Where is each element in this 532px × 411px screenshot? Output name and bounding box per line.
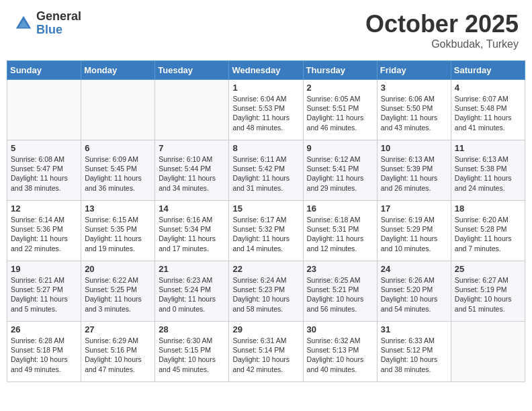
day-number: 27 xyxy=(85,324,151,334)
day-number: 25 xyxy=(455,264,521,274)
calendar-cell: 7Sunrise: 6:10 AM Sunset: 5:44 PM Daylig… xyxy=(155,140,229,201)
calendar-cell: 12Sunrise: 6:14 AM Sunset: 5:36 PM Dayli… xyxy=(7,201,81,261)
calendar-cell: 26Sunrise: 6:28 AM Sunset: 5:18 PM Dayli… xyxy=(7,322,81,382)
day-info: Sunrise: 6:28 AM Sunset: 5:18 PM Dayligh… xyxy=(11,336,77,374)
calendar-cell: 27Sunrise: 6:29 AM Sunset: 5:16 PM Dayli… xyxy=(81,322,155,382)
day-number: 23 xyxy=(307,264,373,274)
weekday-header-sunday: Sunday xyxy=(7,61,81,80)
day-number: 28 xyxy=(159,324,225,334)
weekday-header-thursday: Thursday xyxy=(303,61,377,80)
calendar-week-4: 19Sunrise: 6:21 AM Sunset: 5:27 PM Dayli… xyxy=(7,261,525,322)
weekday-header-tuesday: Tuesday xyxy=(155,61,229,80)
calendar-cell: 28Sunrise: 6:30 AM Sunset: 5:15 PM Dayli… xyxy=(155,322,229,382)
day-info: Sunrise: 6:09 AM Sunset: 5:45 PM Dayligh… xyxy=(85,154,151,193)
day-info: Sunrise: 6:32 AM Sunset: 5:13 PM Dayligh… xyxy=(307,336,373,374)
day-info: Sunrise: 6:25 AM Sunset: 5:21 PM Dayligh… xyxy=(307,275,373,314)
calendar-cell: 13Sunrise: 6:15 AM Sunset: 5:35 PM Dayli… xyxy=(81,201,155,261)
location-text: Gokbudak, Turkey xyxy=(365,38,519,50)
calendar-cell: 15Sunrise: 6:17 AM Sunset: 5:32 PM Dayli… xyxy=(229,201,303,261)
logo-icon xyxy=(13,13,34,34)
day-info: Sunrise: 6:13 AM Sunset: 5:38 PM Dayligh… xyxy=(455,154,521,193)
day-info: Sunrise: 6:15 AM Sunset: 5:35 PM Dayligh… xyxy=(85,215,151,253)
calendar-cell: 9Sunrise: 6:12 AM Sunset: 5:41 PM Daylig… xyxy=(303,140,377,201)
day-number: 3 xyxy=(381,83,447,93)
day-number: 13 xyxy=(85,203,151,214)
calendar-cell: 4Sunrise: 6:07 AM Sunset: 5:48 PM Daylig… xyxy=(451,80,525,140)
calendar-cell xyxy=(81,80,155,140)
day-info: Sunrise: 6:21 AM Sunset: 5:27 PM Dayligh… xyxy=(11,275,77,314)
calendar-cell: 18Sunrise: 6:20 AM Sunset: 5:28 PM Dayli… xyxy=(451,201,525,261)
day-info: Sunrise: 6:07 AM Sunset: 5:48 PM Dayligh… xyxy=(455,94,521,132)
day-info: Sunrise: 6:10 AM Sunset: 5:44 PM Dayligh… xyxy=(159,154,225,193)
day-info: Sunrise: 6:33 AM Sunset: 5:12 PM Dayligh… xyxy=(381,336,447,374)
calendar-cell: 2Sunrise: 6:05 AM Sunset: 5:51 PM Daylig… xyxy=(303,80,377,140)
calendar-cell: 30Sunrise: 6:32 AM Sunset: 5:13 PM Dayli… xyxy=(303,322,377,382)
calendar-week-5: 26Sunrise: 6:28 AM Sunset: 5:18 PM Dayli… xyxy=(7,322,525,382)
day-number: 15 xyxy=(232,203,299,214)
day-info: Sunrise: 6:04 AM Sunset: 5:53 PM Dayligh… xyxy=(232,94,299,132)
calendar-table: SundayMondayTuesdayWednesdayThursdayFrid… xyxy=(7,60,525,382)
day-number: 20 xyxy=(85,264,151,274)
day-number: 26 xyxy=(11,324,77,334)
calendar-cell: 21Sunrise: 6:23 AM Sunset: 5:24 PM Dayli… xyxy=(155,261,229,322)
day-number: 10 xyxy=(381,143,447,153)
calendar-cell xyxy=(7,80,81,140)
calendar-cell: 10Sunrise: 6:13 AM Sunset: 5:39 PM Dayli… xyxy=(377,140,451,201)
calendar-cell: 25Sunrise: 6:27 AM Sunset: 5:19 PM Dayli… xyxy=(451,261,525,322)
weekday-header-friday: Friday xyxy=(377,61,451,80)
day-number: 14 xyxy=(159,203,225,214)
weekday-header-wednesday: Wednesday xyxy=(229,61,303,80)
calendar-cell: 31Sunrise: 6:33 AM Sunset: 5:12 PM Dayli… xyxy=(377,322,451,382)
logo: General Blue xyxy=(13,10,81,37)
day-info: Sunrise: 6:29 AM Sunset: 5:16 PM Dayligh… xyxy=(85,336,151,374)
day-info: Sunrise: 6:27 AM Sunset: 5:19 PM Dayligh… xyxy=(455,275,521,314)
day-info: Sunrise: 6:22 AM Sunset: 5:25 PM Dayligh… xyxy=(85,275,151,314)
calendar-cell: 11Sunrise: 6:13 AM Sunset: 5:38 PM Dayli… xyxy=(451,140,525,201)
calendar-cell: 5Sunrise: 6:08 AM Sunset: 5:47 PM Daylig… xyxy=(7,140,81,201)
day-info: Sunrise: 6:23 AM Sunset: 5:24 PM Dayligh… xyxy=(159,275,225,314)
day-info: Sunrise: 6:19 AM Sunset: 5:29 PM Dayligh… xyxy=(381,215,447,253)
day-info: Sunrise: 6:20 AM Sunset: 5:28 PM Dayligh… xyxy=(455,215,521,253)
weekday-header-row: SundayMondayTuesdayWednesdayThursdayFrid… xyxy=(7,61,525,80)
day-number: 24 xyxy=(381,264,447,274)
page-header: General Blue October 2025 Gokbudak, Turk… xyxy=(7,7,525,54)
day-number: 5 xyxy=(11,143,77,153)
calendar-week-3: 12Sunrise: 6:14 AM Sunset: 5:36 PM Dayli… xyxy=(7,201,525,261)
calendar-cell: 23Sunrise: 6:25 AM Sunset: 5:21 PM Dayli… xyxy=(303,261,377,322)
day-info: Sunrise: 6:17 AM Sunset: 5:32 PM Dayligh… xyxy=(232,215,299,253)
calendar-cell: 17Sunrise: 6:19 AM Sunset: 5:29 PM Dayli… xyxy=(377,201,451,261)
calendar-cell: 20Sunrise: 6:22 AM Sunset: 5:25 PM Dayli… xyxy=(81,261,155,322)
calendar-cell: 19Sunrise: 6:21 AM Sunset: 5:27 PM Dayli… xyxy=(7,261,81,322)
calendar-cell: 1Sunrise: 6:04 AM Sunset: 5:53 PM Daylig… xyxy=(229,80,303,140)
day-number: 12 xyxy=(11,203,77,214)
day-number: 7 xyxy=(159,143,225,153)
day-info: Sunrise: 6:26 AM Sunset: 5:20 PM Dayligh… xyxy=(381,275,447,314)
day-info: Sunrise: 6:11 AM Sunset: 5:42 PM Dayligh… xyxy=(232,154,299,193)
calendar-cell: 22Sunrise: 6:24 AM Sunset: 5:23 PM Dayli… xyxy=(229,261,303,322)
day-number: 8 xyxy=(232,143,299,153)
logo-blue-text: Blue xyxy=(36,24,81,37)
weekday-header-saturday: Saturday xyxy=(451,61,525,80)
day-number: 6 xyxy=(85,143,151,153)
day-number: 9 xyxy=(307,143,373,153)
day-info: Sunrise: 6:08 AM Sunset: 5:47 PM Dayligh… xyxy=(11,154,77,193)
day-number: 29 xyxy=(232,324,299,334)
title-block: October 2025 Gokbudak, Turkey xyxy=(365,10,519,50)
day-info: Sunrise: 6:14 AM Sunset: 5:36 PM Dayligh… xyxy=(11,215,77,253)
calendar-week-1: 1Sunrise: 6:04 AM Sunset: 5:53 PM Daylig… xyxy=(7,80,525,140)
calendar-cell: 29Sunrise: 6:31 AM Sunset: 5:14 PM Dayli… xyxy=(229,322,303,382)
day-info: Sunrise: 6:05 AM Sunset: 5:51 PM Dayligh… xyxy=(307,94,373,132)
day-info: Sunrise: 6:18 AM Sunset: 5:31 PM Dayligh… xyxy=(307,215,373,253)
calendar-cell: 16Sunrise: 6:18 AM Sunset: 5:31 PM Dayli… xyxy=(303,201,377,261)
weekday-header-monday: Monday xyxy=(81,61,155,80)
calendar-week-2: 5Sunrise: 6:08 AM Sunset: 5:47 PM Daylig… xyxy=(7,140,525,201)
calendar-cell: 6Sunrise: 6:09 AM Sunset: 5:45 PM Daylig… xyxy=(81,140,155,201)
day-number: 17 xyxy=(381,203,447,214)
calendar-cell: 3Sunrise: 6:06 AM Sunset: 5:50 PM Daylig… xyxy=(377,80,451,140)
calendar-cell xyxy=(155,80,229,140)
day-number: 4 xyxy=(455,83,521,93)
day-number: 2 xyxy=(307,83,373,93)
day-number: 30 xyxy=(307,324,373,334)
day-info: Sunrise: 6:31 AM Sunset: 5:14 PM Dayligh… xyxy=(232,336,299,374)
day-info: Sunrise: 6:13 AM Sunset: 5:39 PM Dayligh… xyxy=(381,154,447,193)
